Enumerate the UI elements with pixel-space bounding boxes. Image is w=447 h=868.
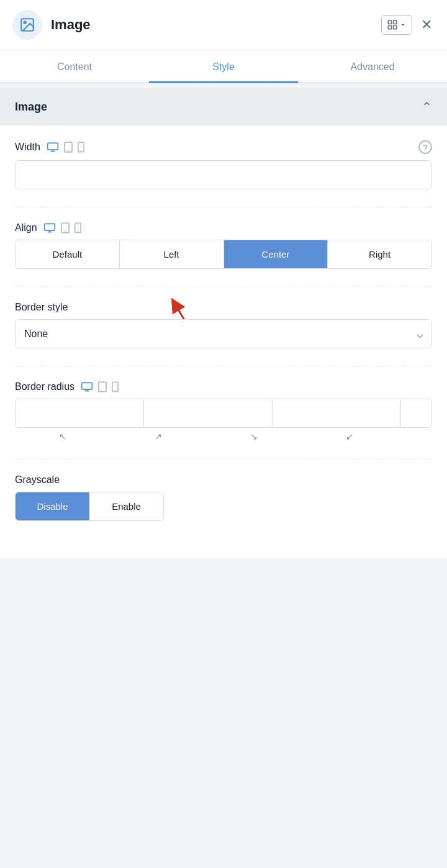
header-image-icon [12, 10, 42, 40]
radius-desktop-icon [81, 381, 93, 392]
svg-point-27 [115, 390, 116, 391]
width-input[interactable] [15, 160, 432, 189]
align-label: Align [15, 222, 81, 233]
radius-label-bl: ↙ [302, 432, 397, 441]
align-desktop-icon [43, 222, 56, 233]
width-field: Width [15, 140, 432, 189]
svg-point-1 [24, 22, 26, 24]
svg-point-12 [81, 150, 82, 151]
settings-icon [387, 19, 398, 30]
border-radius-label-row: Border radius [15, 381, 432, 392]
grayscale-disable-button[interactable]: Disable [16, 492, 89, 520]
panel-header: Image ✕ [0, 0, 447, 50]
border-radius-br[interactable] [273, 399, 401, 427]
header-actions: ✕ [381, 14, 435, 35]
width-device-icons [47, 142, 84, 153]
svg-rect-6 [48, 143, 58, 150]
border-radius-label: Border radius [15, 381, 119, 392]
tablet-icon [64, 142, 73, 153]
radius-tablet-icon [98, 381, 107, 392]
svg-rect-13 [44, 224, 55, 230]
width-label: Width [15, 142, 84, 153]
style-content: Width [0, 125, 447, 558]
svg-point-19 [77, 231, 78, 232]
align-default-button[interactable]: Default [16, 240, 120, 268]
desktop-icon [47, 142, 59, 153]
radius-label-tr: ↗ [111, 432, 206, 441]
grayscale-label: Grayscale [15, 474, 60, 486]
divider-1 [15, 207, 432, 207]
border-style-label: Border style [15, 302, 68, 313]
align-device-icons [43, 222, 81, 233]
svg-rect-21 [82, 382, 93, 389]
svg-rect-2 [388, 20, 391, 24]
close-button[interactable]: ✕ [418, 14, 435, 35]
border-style-select[interactable]: None Solid Dashed Dotted Double [15, 319, 432, 348]
image-section-title: Image [15, 101, 47, 114]
radius-label-br: ↘ [206, 432, 302, 441]
section-collapse-icon: ⌃ [422, 99, 432, 114]
align-tablet-icon [61, 222, 70, 233]
svg-rect-3 [394, 20, 397, 24]
width-help-icon[interactable]: ? [418, 140, 432, 154]
mobile-icon [78, 142, 84, 153]
svg-point-17 [65, 230, 66, 232]
grayscale-field: Grayscale Disable Enable [15, 474, 432, 521]
border-radius-tl[interactable] [16, 399, 144, 427]
image-section-header[interactable]: Image ⌃ [0, 88, 447, 125]
width-label-row: Width [15, 140, 432, 154]
radius-mobile-icon [112, 381, 119, 392]
tabs-bar: Content Style Advanced [0, 50, 447, 83]
grayscale-enable-button[interactable]: Enable [89, 492, 163, 520]
panel-title: Image [51, 17, 381, 33]
svg-rect-4 [394, 26, 397, 29]
border-radius-tr[interactable] [144, 399, 273, 427]
tab-style[interactable]: Style [149, 50, 298, 83]
align-field: Align [15, 222, 432, 269]
align-left-button[interactable]: Left [120, 240, 224, 268]
align-mobile-icon [74, 222, 81, 233]
radius-device-icons [81, 381, 119, 392]
border-style-label-row: Border style [15, 302, 432, 313]
tab-advanced[interactable]: Advanced [298, 50, 447, 83]
svg-point-10 [68, 150, 69, 151]
border-radius-inputs [15, 399, 432, 428]
settings-button[interactable] [381, 15, 412, 35]
align-buttons-group: Default Left Center Right [15, 240, 432, 269]
svg-rect-5 [388, 26, 391, 29]
align-center-button[interactable]: Center [224, 240, 328, 268]
border-radius-bl[interactable] [401, 399, 432, 427]
divider-3 [15, 366, 432, 366]
divider-4 [15, 459, 432, 459]
divider-2 [15, 286, 432, 287]
border-radius-field: Border radius [15, 381, 432, 441]
radius-label-tl: ↖ [15, 432, 111, 441]
align-label-row: Align [15, 222, 432, 233]
grayscale-label-row: Grayscale [15, 474, 432, 486]
dropdown-arrow-icon [399, 21, 407, 29]
svg-point-25 [102, 389, 103, 391]
grayscale-toggle-group: Disable Enable [15, 492, 164, 521]
border-radius-labels: ↖ ↗ ↘ ↙ [15, 432, 432, 441]
tab-content[interactable]: Content [0, 50, 149, 83]
border-style-select-wrap: None Solid Dashed Dotted Double ⌵ [15, 319, 432, 348]
border-style-field: Border style None Solid Dashed Dotted Do… [15, 302, 432, 348]
align-right-button[interactable]: Right [328, 240, 431, 268]
